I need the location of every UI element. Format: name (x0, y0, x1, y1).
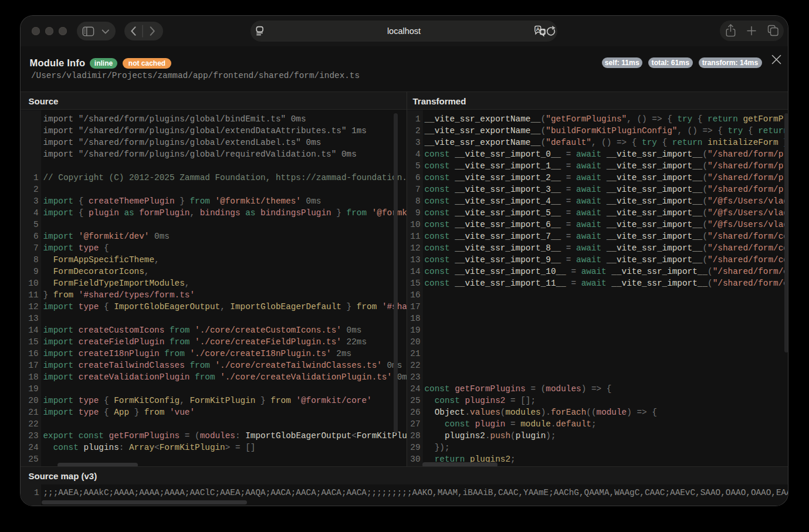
svg-text:A: A (536, 26, 540, 32)
